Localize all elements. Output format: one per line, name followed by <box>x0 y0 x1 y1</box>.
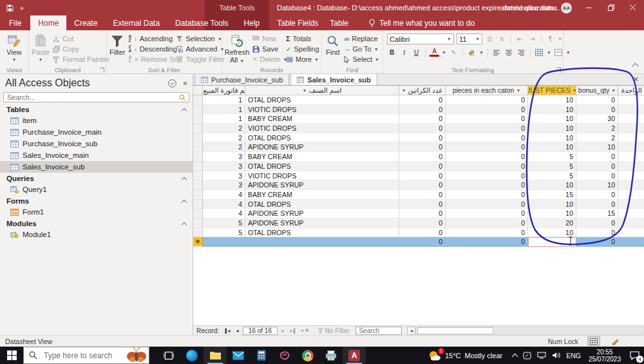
sidebar-item-item[interactable]: item <box>0 115 193 126</box>
cell[interactable]: 0 <box>399 95 446 105</box>
tray-pen-icon[interactable] <box>523 352 531 359</box>
alternate-row-color-icon[interactable] <box>554 48 564 57</box>
nav-pane-menu-icon[interactable] <box>168 79 176 88</box>
taskbar-clock[interactable]: 20:55 25/07/2023 <box>585 349 625 363</box>
file-explorer-icon[interactable] <box>204 347 227 364</box>
cell[interactable]: 10 <box>528 133 576 143</box>
cell[interactable]: 0 <box>576 95 618 105</box>
cell[interactable]: 1 <box>203 114 245 124</box>
tab-table[interactable]: Table <box>324 15 354 30</box>
table-row[interactable]: 3OTAL DROPS0050 <box>193 162 644 171</box>
edge-icon[interactable] <box>180 347 204 364</box>
cell[interactable]: 0 <box>576 171 618 181</box>
column-header-5[interactable]: JUST PIECES▼ <box>528 86 576 95</box>
background-color-icon[interactable] <box>467 48 477 57</box>
advanced-filter-button[interactable]: Advanced▼ <box>174 44 226 54</box>
cell[interactable]: 0 <box>399 105 446 115</box>
chevron-up-icon[interactable] <box>182 222 187 227</box>
cell[interactable]: 0 <box>576 237 618 247</box>
cell[interactable]: 0 <box>399 209 446 218</box>
cell[interactable] <box>618 190 644 200</box>
nav-section-forms[interactable]: Forms <box>0 195 193 206</box>
qat-overflow-icon[interactable]: » <box>20 5 24 12</box>
cell[interactable]: 10 <box>528 124 576 133</box>
row-selector[interactable] <box>193 171 203 181</box>
row-selector[interactable] <box>193 190 203 200</box>
save-record-button[interactable]: Save <box>251 44 284 54</box>
gridlines-icon[interactable] <box>535 48 544 57</box>
refresh-all-button[interactable]: Refresh All ▼ <box>223 32 251 66</box>
tell-me-box[interactable]: Tell me what you want to do <box>354 15 475 30</box>
column-header-4[interactable]: pieces in each caton▼ <box>446 86 528 95</box>
cell[interactable]: APIDONE SYRUP <box>245 218 399 228</box>
cell[interactable]: 10 <box>528 209 576 218</box>
table-row[interactable]: 1VIOTIC DROPS00100 <box>193 105 644 115</box>
chrome-icon[interactable] <box>296 347 319 364</box>
row-selector[interactable] <box>193 152 203 162</box>
cell[interactable]: 0 <box>399 133 446 143</box>
row-selector[interactable] <box>193 114 203 124</box>
cell[interactable]: 3 <box>203 152 245 162</box>
column-header-1[interactable]: ▼رقم فاتورة المبيع <box>203 86 245 95</box>
cell[interactable]: OTAL DROPS <box>245 162 399 171</box>
task-view-button[interactable] <box>157 347 180 364</box>
cell[interactable] <box>618 180 644 190</box>
cell[interactable]: 15 <box>528 190 576 200</box>
new-record-row[interactable]: ✱ 0 0 0 <box>193 237 644 247</box>
cell[interactable]: 10 <box>528 228 576 238</box>
row-selector[interactable] <box>193 162 203 171</box>
cell[interactable]: 4 <box>203 190 245 200</box>
numbering-icon[interactable]: ≡ <box>497 34 507 44</box>
tray-network-icon[interactable] <box>537 352 546 359</box>
cell[interactable]: 0 <box>446 152 528 162</box>
table-row[interactable]: 4OTAL DROPS00100 <box>193 200 644 209</box>
filter-dropdown-icon[interactable]: ▼ <box>618 88 620 93</box>
language-indicator[interactable]: ENG <box>566 352 581 359</box>
cell[interactable]: 0 <box>399 228 446 238</box>
cell[interactable]: 0 <box>576 152 618 162</box>
table-row[interactable]: 2OTAL DROPS00102 <box>193 133 644 143</box>
sidebar-item-query1[interactable]: Query1 <box>0 184 193 195</box>
cell[interactable]: 4 <box>203 209 245 218</box>
sidebar-item-purchase_invoice_sub[interactable]: Purchase_Invoice_sub <box>0 138 193 149</box>
bold-button[interactable]: B <box>387 48 397 57</box>
font-size-select[interactable]: 11▼ <box>457 34 482 44</box>
row-selector[interactable] <box>193 105 203 115</box>
table-row[interactable]: 2APIDONE SYRUP001010 <box>193 142 644 152</box>
row-selector[interactable] <box>193 133 203 143</box>
cell[interactable]: BABY CREAM <box>245 114 399 124</box>
copy-button[interactable]: Copy <box>51 44 111 54</box>
cell[interactable]: 0 <box>399 237 446 247</box>
column-header-6[interactable]: bonus_qty▼ <box>576 86 618 95</box>
cell[interactable]: 0 <box>576 190 618 200</box>
rtl-direction-icon[interactable]: ¶ <box>545 34 555 44</box>
cell[interactable]: 0 <box>446 237 528 247</box>
minimize-button[interactable] <box>578 0 600 15</box>
cell[interactable]: 1 <box>203 95 245 105</box>
signed-in-user[interactable]: ahmed abuzaiana <box>501 4 557 12</box>
cell[interactable] <box>618 95 644 105</box>
cell[interactable]: 0 <box>399 190 446 200</box>
first-record-button[interactable]: ▐◄ <box>222 329 233 333</box>
new-blank-record-button[interactable]: ►✱ <box>299 328 311 333</box>
text-formatting-dialog-launcher-icon[interactable] <box>556 68 561 72</box>
chevron-up-icon[interactable] <box>182 199 187 204</box>
cell[interactable] <box>203 237 245 247</box>
cell[interactable]: 0 <box>399 142 446 152</box>
tab-create[interactable]: Create <box>66 15 105 30</box>
underline-button[interactable]: U <box>412 48 421 57</box>
tray-volume-icon[interactable] <box>552 352 560 359</box>
cell[interactable]: 3 <box>203 171 245 181</box>
cell[interactable]: 0 <box>576 200 618 209</box>
sidebar-item-form1[interactable]: Form1 <box>0 206 193 218</box>
cell[interactable] <box>618 133 644 143</box>
save-quick-icon[interactable] <box>6 5 14 12</box>
cell[interactable] <box>245 237 399 247</box>
cell[interactable]: 0 <box>399 200 446 209</box>
column-header-7[interactable]: ▼ة الواحدة <box>618 86 644 95</box>
goto-button[interactable]: → Go To▼ <box>342 44 381 54</box>
collapse-ribbon-icon[interactable] <box>632 63 639 70</box>
highlight-color-icon[interactable]: ✎ <box>449 48 459 57</box>
cell[interactable] <box>618 105 644 115</box>
hscroll-left-arrow[interactable]: ◄ <box>407 327 415 335</box>
